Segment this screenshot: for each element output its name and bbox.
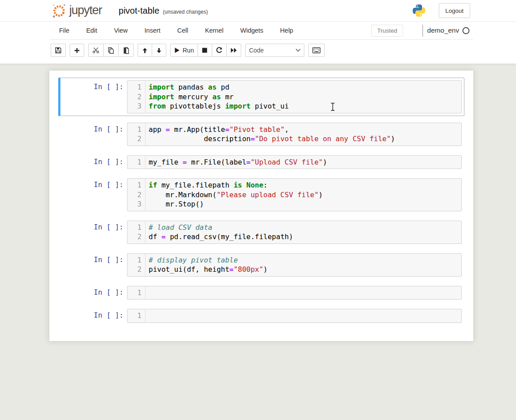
copy-cell-button[interactable] [103,44,119,57]
notebook-title[interactable]: pivot-table [119,6,159,16]
notebook-site: In [ ]:123import pandas as pdimport merc… [0,64,516,341]
logo-text: jupyter [69,4,102,17]
code-cell-7[interactable]: In [ ]:1 [58,283,464,303]
insert-cell-below-button[interactable] [70,44,84,57]
code-editor[interactable]: 1my_file = mr.File(label="Upload CSV fil… [127,155,462,169]
save-button[interactable] [51,44,66,57]
code-lines: my_file = mr.File(label="Upload CSV file… [146,156,461,169]
menu-item-file[interactable]: File [51,22,78,39]
line-numbers: 1 [127,286,146,300]
input-prompt: In [ ]: [61,286,127,300]
menu-item-cell[interactable]: Cell [169,22,197,39]
jupyter-logo[interactable]: jupyter [51,2,102,19]
input-prompt: In [ ]: [61,80,127,113]
move-cell-down-button[interactable] [152,44,166,57]
line-numbers: 12 [127,123,146,146]
interrupt-kernel-button[interactable] [198,44,212,57]
code-editor[interactable]: 12app = mr.App(title="Pivot table", desc… [127,123,462,146]
menu-item-kernel[interactable]: Kernel [197,22,232,39]
menu-items: FileEditViewInsertCellKernelWidgetsHelp [51,22,302,39]
line-numbers: 12 [127,254,146,276]
trusted-badge[interactable]: Trusted [371,25,403,37]
code-editor[interactable]: 123if my_file.filepath is None: mr.Markd… [127,178,462,211]
python-logo-icon [411,3,426,18]
copy-icon [107,47,115,54]
cell-type-select[interactable]: Code [245,44,304,57]
code-editor[interactable]: 12# load CSV datadf = pd.read_csv(my_fil… [127,221,462,244]
kernel-idle-circle-icon [462,27,470,34]
code-cell-1[interactable]: In [ ]:123import pandas as pdimport merc… [58,78,464,116]
menu-item-widgets[interactable]: Widgets [232,22,272,39]
line-numbers: 123 [127,179,146,211]
jupyter-planet-icon [51,2,67,19]
menubar: FileEditViewInsertCellKernelWidgetsHelp … [0,22,516,40]
arrow-down-icon [156,47,162,54]
menu-item-insert[interactable]: Insert [136,22,169,39]
code-cell-4[interactable]: In [ ]:123if my_file.filepath is None: m… [58,176,464,214]
stop-icon [202,47,208,53]
input-prompt: In [ ]: [61,221,127,244]
paste-icon [122,47,130,54]
restart-icon [216,47,223,54]
code-lines: # display pivot tablepivot_ui(df, height… [146,254,461,276]
save-status: (unsaved changes) [163,9,208,15]
line-numbers: 12 [127,221,146,244]
input-prompt: In [ ]: [61,253,127,277]
cut-icon [92,47,100,54]
command-palette-button[interactable] [308,44,325,57]
move-cell-up-button[interactable] [138,44,152,57]
input-prompt: In [ ]: [61,309,127,323]
logout-button[interactable]: Logout [439,3,470,18]
notebook-header: jupyter pivot-table (unsaved changes) Lo… [0,0,516,64]
code-editor[interactable]: 12# display pivot tablepivot_ui(df, heig… [127,253,462,277]
kernel-divider [423,25,423,37]
line-numbers: 1 [127,309,146,322]
code-cell-6[interactable]: In [ ]:12# display pivot tablepivot_ui(d… [58,251,464,279]
paste-cell-button[interactable] [118,44,134,57]
code-cell-8[interactable]: In [ ]:1 [58,306,464,326]
code-cell-2[interactable]: In [ ]:12app = mr.App(title="Pivot table… [58,120,464,149]
code-cell-5[interactable]: In [ ]:12# load CSV datadf = pd.read_csv… [58,218,464,247]
code-lines [146,309,461,322]
input-prompt: In [ ]: [61,123,127,146]
insert-cell-icon [74,47,80,54]
cut-cell-button[interactable] [88,44,104,57]
line-numbers: 1 [127,156,146,169]
code-lines: import pandas as pdimport mercury as mrf… [146,81,461,113]
save-icon [55,47,62,54]
code-cell-3[interactable]: In [ ]:1my_file = mr.File(label="Upload … [58,153,464,172]
line-numbers: 123 [127,81,146,113]
input-prompt: In [ ]: [61,178,127,211]
code-editor[interactable]: 1 [127,286,462,300]
cell-list: In [ ]:123import pandas as pdimport merc… [58,78,464,326]
keyboard-icon [312,47,321,53]
code-lines: app = mr.App(title="Pivot table", descri… [146,123,461,146]
play-icon [174,47,180,53]
run-button[interactable]: Run [170,44,198,57]
code-editor[interactable]: 123import pandas as pdimport mercury as … [127,80,462,113]
code-editor[interactable]: 1 [127,309,462,323]
toolbar: Run [0,40,516,64]
code-lines [146,286,461,300]
code-lines: if my_file.filepath is None: mr.Markdown… [146,179,461,211]
run-label: Run [183,47,194,54]
input-prompt: In [ ]: [61,155,127,169]
kernel-name: demo_env [427,26,459,34]
notebook-container: In [ ]:123import pandas as pdimport merc… [49,71,473,341]
arrow-up-icon [142,47,148,54]
menu-item-help[interactable]: Help [272,22,302,39]
fast-forward-icon [230,47,237,53]
restart-kernel-button[interactable] [212,44,227,57]
code-lines: # load CSV datadf = pd.read_csv(my_file.… [146,221,461,244]
menu-item-view[interactable]: View [105,22,136,39]
restart-run-all-button[interactable] [226,44,241,57]
top-bar: jupyter pivot-table (unsaved changes) Lo… [0,0,516,22]
menu-item-edit[interactable]: Edit [78,22,105,39]
